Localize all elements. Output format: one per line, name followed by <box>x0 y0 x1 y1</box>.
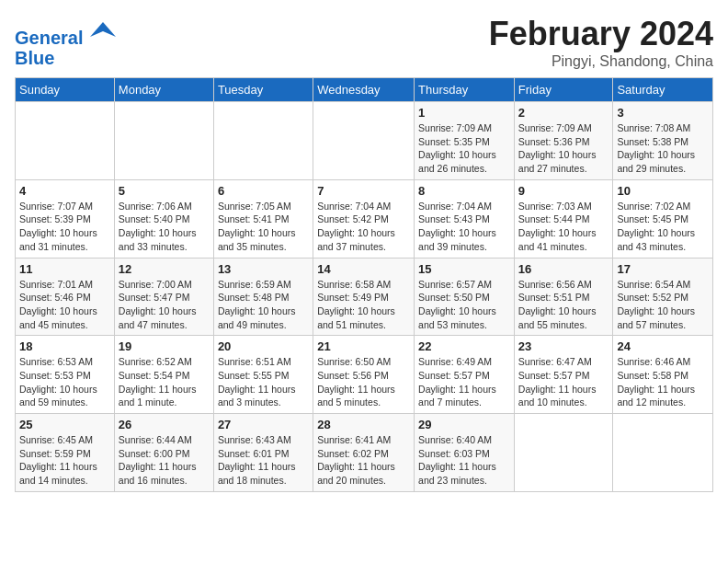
day-info: Sunrise: 7:00 AM Sunset: 5:47 PM Dayligh… <box>119 278 210 332</box>
day-cell: 12Sunrise: 7:00 AM Sunset: 5:47 PM Dayli… <box>114 258 213 336</box>
week-row-2: 4Sunrise: 7:07 AM Sunset: 5:39 PM Daylig… <box>16 179 713 258</box>
main-title: February 2024 <box>489 15 713 53</box>
day-number: 29 <box>418 418 510 431</box>
day-info: Sunrise: 7:09 AM Sunset: 5:36 PM Dayligh… <box>518 121 609 176</box>
day-number: 7 <box>317 184 410 198</box>
day-number: 16 <box>518 262 609 276</box>
day-cell: 14Sunrise: 6:58 AM Sunset: 5:49 PM Dayli… <box>313 258 415 336</box>
day-info: Sunrise: 7:07 AM Sunset: 5:39 PM Dayligh… <box>19 200 110 254</box>
day-cell: 1Sunrise: 7:09 AM Sunset: 5:35 PM Daylig… <box>415 102 515 180</box>
week-row-5: 25Sunrise: 6:45 AM Sunset: 5:59 PM Dayli… <box>16 414 713 492</box>
day-cell: 2Sunrise: 7:09 AM Sunset: 5:36 PM Daylig… <box>514 102 613 180</box>
column-header-thursday: Thursday <box>415 78 515 102</box>
day-cell <box>213 102 313 180</box>
day-info: Sunrise: 6:52 AM Sunset: 5:54 PM Dayligh… <box>119 355 210 409</box>
logo-text: General <box>15 18 116 48</box>
day-cell: 13Sunrise: 6:59 AM Sunset: 5:48 PM Dayli… <box>213 258 313 336</box>
day-cell <box>313 102 415 180</box>
week-row-3: 11Sunrise: 7:01 AM Sunset: 5:46 PM Dayli… <box>16 258 713 336</box>
day-cell: 29Sunrise: 6:40 AM Sunset: 6:03 PM Dayli… <box>415 414 515 492</box>
day-cell: 19Sunrise: 6:52 AM Sunset: 5:54 PM Dayli… <box>114 336 213 414</box>
day-number: 5 <box>119 184 210 198</box>
day-info: Sunrise: 6:45 AM Sunset: 5:59 PM Dayligh… <box>19 433 110 488</box>
day-cell: 15Sunrise: 6:57 AM Sunset: 5:50 PM Dayli… <box>415 258 515 336</box>
week-row-4: 18Sunrise: 6:53 AM Sunset: 5:53 PM Dayli… <box>16 336 713 414</box>
day-info: Sunrise: 7:04 AM Sunset: 5:43 PM Dayligh… <box>418 200 510 254</box>
day-cell: 22Sunrise: 6:49 AM Sunset: 5:57 PM Dayli… <box>415 336 515 414</box>
day-info: Sunrise: 7:09 AM Sunset: 5:35 PM Dayligh… <box>418 121 510 176</box>
day-info: Sunrise: 7:01 AM Sunset: 5:46 PM Dayligh… <box>19 278 110 332</box>
day-info: Sunrise: 6:51 AM Sunset: 5:55 PM Dayligh… <box>218 355 309 409</box>
day-cell: 28Sunrise: 6:41 AM Sunset: 6:02 PM Dayli… <box>313 414 415 492</box>
day-info: Sunrise: 6:47 AM Sunset: 5:57 PM Dayligh… <box>518 355 609 409</box>
day-cell: 10Sunrise: 7:02 AM Sunset: 5:45 PM Dayli… <box>613 179 713 258</box>
calendar-header-row: SundayMondayTuesdayWednesdayThursdayFrid… <box>16 78 713 102</box>
column-header-saturday: Saturday <box>613 78 713 102</box>
day-number: 21 <box>317 339 410 353</box>
day-number: 15 <box>418 262 510 276</box>
logo-line2: Blue <box>15 48 116 68</box>
day-cell: 23Sunrise: 6:47 AM Sunset: 5:57 PM Dayli… <box>514 336 613 414</box>
day-number: 2 <box>518 106 609 120</box>
day-cell: 3Sunrise: 7:08 AM Sunset: 5:38 PM Daylig… <box>613 102 713 180</box>
day-number: 9 <box>518 184 609 198</box>
day-info: Sunrise: 6:50 AM Sunset: 5:56 PM Dayligh… <box>317 355 410 409</box>
day-number: 10 <box>617 184 709 198</box>
day-number: 11 <box>19 262 110 276</box>
day-cell: 4Sunrise: 7:07 AM Sunset: 5:39 PM Daylig… <box>16 179 115 258</box>
day-number: 27 <box>218 418 309 431</box>
day-cell: 20Sunrise: 6:51 AM Sunset: 5:55 PM Dayli… <box>213 336 313 414</box>
day-number: 6 <box>218 184 309 198</box>
subtitle: Pingyi, Shandong, China <box>489 53 713 70</box>
day-info: Sunrise: 7:03 AM Sunset: 5:44 PM Dayligh… <box>518 200 609 254</box>
day-cell: 7Sunrise: 7:04 AM Sunset: 5:42 PM Daylig… <box>313 179 415 258</box>
day-number: 13 <box>218 262 309 276</box>
header: General Blue February 2024 Pingyi, Shand… <box>15 15 713 70</box>
day-number: 20 <box>218 339 309 353</box>
day-number: 8 <box>418 184 510 198</box>
week-row-1: 1Sunrise: 7:09 AM Sunset: 5:35 PM Daylig… <box>16 102 713 180</box>
column-header-sunday: Sunday <box>16 78 115 102</box>
day-info: Sunrise: 6:56 AM Sunset: 5:51 PM Dayligh… <box>518 278 609 332</box>
day-info: Sunrise: 7:08 AM Sunset: 5:38 PM Dayligh… <box>617 121 709 176</box>
day-cell: 16Sunrise: 6:56 AM Sunset: 5:51 PM Dayli… <box>514 258 613 336</box>
day-number: 28 <box>317 418 410 431</box>
day-info: Sunrise: 6:49 AM Sunset: 5:57 PM Dayligh… <box>418 355 510 409</box>
day-info: Sunrise: 6:44 AM Sunset: 6:00 PM Dayligh… <box>119 433 210 488</box>
day-number: 22 <box>418 339 510 353</box>
column-header-wednesday: Wednesday <box>313 78 415 102</box>
day-info: Sunrise: 7:02 AM Sunset: 5:45 PM Dayligh… <box>617 200 709 254</box>
day-cell: 21Sunrise: 6:50 AM Sunset: 5:56 PM Dayli… <box>313 336 415 414</box>
column-header-friday: Friday <box>514 78 613 102</box>
day-info: Sunrise: 6:43 AM Sunset: 6:01 PM Dayligh… <box>218 433 309 488</box>
logo: General Blue <box>15 18 116 68</box>
day-cell <box>114 102 213 180</box>
column-header-monday: Monday <box>114 78 213 102</box>
calendar-table: SundayMondayTuesdayWednesdayThursdayFrid… <box>15 77 713 492</box>
day-number: 26 <box>119 418 210 431</box>
logo-line1: General <box>15 28 83 48</box>
day-cell: 8Sunrise: 7:04 AM Sunset: 5:43 PM Daylig… <box>415 179 515 258</box>
day-info: Sunrise: 7:06 AM Sunset: 5:40 PM Dayligh… <box>119 200 210 254</box>
day-number: 18 <box>19 339 110 353</box>
title-area: February 2024 Pingyi, Shandong, China <box>489 15 713 70</box>
day-number: 23 <box>518 339 609 353</box>
day-cell: 25Sunrise: 6:45 AM Sunset: 5:59 PM Dayli… <box>16 414 115 492</box>
day-info: Sunrise: 6:54 AM Sunset: 5:52 PM Dayligh… <box>617 278 709 332</box>
day-number: 3 <box>617 106 709 120</box>
day-number: 14 <box>317 262 410 276</box>
day-cell: 9Sunrise: 7:03 AM Sunset: 5:44 PM Daylig… <box>514 179 613 258</box>
day-number: 19 <box>119 339 210 353</box>
day-info: Sunrise: 6:59 AM Sunset: 5:48 PM Dayligh… <box>218 278 309 332</box>
day-info: Sunrise: 6:53 AM Sunset: 5:53 PM Dayligh… <box>19 355 110 409</box>
day-cell: 11Sunrise: 7:01 AM Sunset: 5:46 PM Dayli… <box>16 258 115 336</box>
day-cell: 26Sunrise: 6:44 AM Sunset: 6:00 PM Dayli… <box>114 414 213 492</box>
column-header-tuesday: Tuesday <box>213 78 313 102</box>
day-cell: 18Sunrise: 6:53 AM Sunset: 5:53 PM Dayli… <box>16 336 115 414</box>
day-cell <box>613 414 713 492</box>
day-cell: 5Sunrise: 7:06 AM Sunset: 5:40 PM Daylig… <box>114 179 213 258</box>
day-info: Sunrise: 7:04 AM Sunset: 5:42 PM Dayligh… <box>317 200 410 254</box>
day-number: 4 <box>19 184 110 198</box>
day-cell: 24Sunrise: 6:46 AM Sunset: 5:58 PM Dayli… <box>613 336 713 414</box>
day-info: Sunrise: 6:58 AM Sunset: 5:49 PM Dayligh… <box>317 278 410 332</box>
